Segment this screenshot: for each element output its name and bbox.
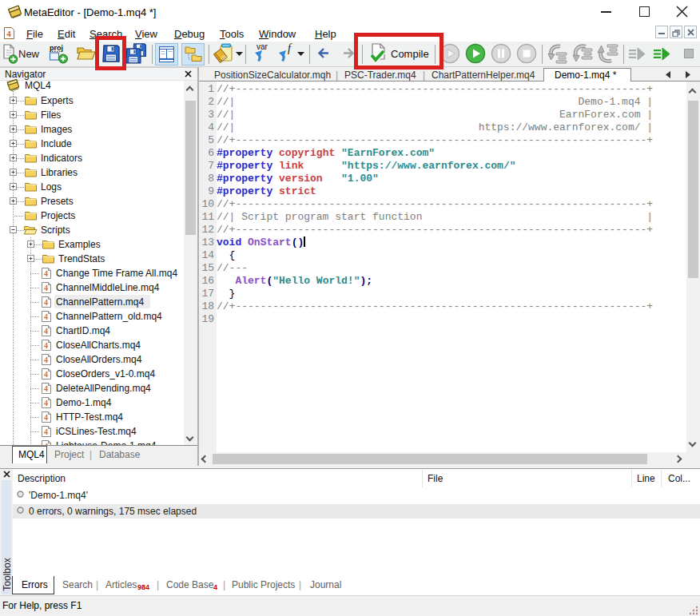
svg-text:4: 4 [44,399,48,407]
svg-text:4: 4 [44,269,48,278]
svg-text:4: 4 [44,427,48,436]
svg-text:f: f [288,42,292,54]
svg-text:4: 4 [44,370,48,379]
svg-text:4: 4 [44,284,48,292]
svg-text:4: 4 [44,312,48,321]
svg-text:var: var [257,42,268,51]
svg-text:4: 4 [44,413,48,422]
svg-text:4: 4 [44,356,48,364]
svg-text:4: 4 [44,341,48,350]
svg-text:4: 4 [44,384,48,393]
svg-text:4: 4 [44,298,48,307]
svg-text:4: 4 [44,327,48,336]
